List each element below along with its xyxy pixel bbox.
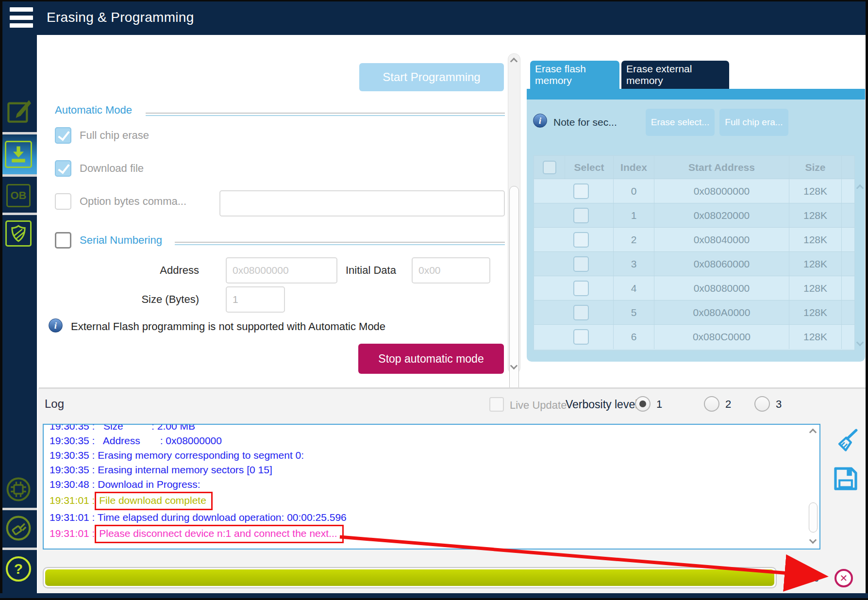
size-bytes-input[interactable] <box>226 286 285 313</box>
row-checkbox[interactable] <box>573 329 589 345</box>
sidebar-item-erasing-programming[interactable] <box>0 134 37 174</box>
section-divider <box>146 113 505 116</box>
window-footer-bar <box>0 593 868 598</box>
external-loader-chip-icon <box>5 476 32 502</box>
serial-numbering-label: Serial Numbering <box>80 234 162 247</box>
clear-log-button[interactable] <box>833 428 858 453</box>
scroll-up-icon[interactable] <box>510 58 518 66</box>
log-line: 19:30:35 : Erasing internal memory secto… <box>50 463 805 477</box>
verbosity-radio-3[interactable] <box>754 396 770 412</box>
verbosity-radio-1-label: 1 <box>656 398 662 411</box>
log-scroll-down-icon[interactable] <box>809 536 817 544</box>
sidebar-item-swd-scripting[interactable] <box>0 514 37 543</box>
row-select-cell <box>565 252 614 276</box>
row-index: 0 <box>614 179 654 203</box>
log-lines: 19:30:35 : Size : 2.00 MB 19:30:35 : Add… <box>50 425 805 548</box>
address-input[interactable] <box>226 257 337 283</box>
table-row: 0 0x08000000 128K <box>534 179 854 203</box>
row-checkbox[interactable] <box>573 208 589 223</box>
option-bytes-checkbox[interactable] <box>55 193 71 210</box>
row-select-cell <box>565 325 614 349</box>
sidebar-separator <box>0 548 37 550</box>
row-index: 4 <box>614 276 654 300</box>
main-scrollbar[interactable] <box>508 53 520 374</box>
sidebar-item-external-loaders[interactable] <box>0 476 37 503</box>
broom-icon <box>833 428 858 453</box>
row-checkbox[interactable] <box>573 232 589 248</box>
row-index: 3 <box>614 252 654 276</box>
live-update-label: Live Update <box>510 399 567 412</box>
info-icon: i <box>49 318 63 333</box>
sidebar-item-help[interactable]: ? <box>0 553 37 584</box>
log-output-box[interactable]: 19:30:35 : Size : 2.00 MB 19:30:35 : Add… <box>43 424 820 550</box>
row-checkbox[interactable] <box>573 183 589 199</box>
row-size: 128K <box>789 276 842 300</box>
progress-percent: 100% <box>785 570 819 585</box>
sidebar-item-security[interactable] <box>0 217 37 250</box>
cancel-icon[interactable]: ✕ <box>835 569 853 587</box>
log-scroll-up-icon[interactable] <box>809 429 817 436</box>
col-select: Select <box>565 156 614 179</box>
menu-icon[interactable] <box>10 6 33 29</box>
sidebar-item-memory-edit[interactable] <box>0 92 37 130</box>
scrollbar-thumb[interactable] <box>509 186 519 414</box>
initial-data-input[interactable] <box>412 257 490 283</box>
table-row: 6 0x080C0000 128K <box>534 325 854 349</box>
row-size: 128K <box>789 203 842 227</box>
option-bytes-icon: OB <box>6 184 31 207</box>
download-file-checkbox[interactable] <box>55 160 71 177</box>
serial-numbering-checkbox[interactable] <box>55 232 71 249</box>
option-bytes-input[interactable] <box>219 190 505 217</box>
row-size: 128K <box>789 300 842 324</box>
start-programming-button[interactable]: Start Programming <box>359 63 504 91</box>
row-start-address: 0x080C0000 <box>654 325 789 349</box>
row-select-cell <box>565 179 614 203</box>
log-title: Log <box>45 397 64 411</box>
table-row: 4 0x08080000 128K <box>534 276 854 300</box>
row-checkbox[interactable] <box>573 305 589 320</box>
row-select-cell <box>565 276 614 300</box>
col-size: Size <box>789 156 842 179</box>
verbosity-radio-2[interactable] <box>704 396 719 412</box>
log-line: 19:31:01 : Please disconnect device n:1 … <box>50 525 805 543</box>
row-start-address: 0x08060000 <box>654 252 789 276</box>
window-border <box>0 0 868 1</box>
table-row: 2 0x08040000 128K <box>534 228 854 252</box>
row-checkbox[interactable] <box>573 281 589 296</box>
download-icon <box>5 141 32 168</box>
save-log-button[interactable] <box>832 465 859 492</box>
verbosity-radio-1[interactable] <box>635 396 651 412</box>
row-size: 128K <box>789 228 842 251</box>
full-chip-erase-checkbox[interactable] <box>55 127 71 144</box>
help-icon: ? <box>6 556 31 582</box>
app-window: Erasing & Programming OB ? Start <box>0 0 868 600</box>
tab-erase-flash-memory[interactable]: Erase flash memory <box>530 61 619 89</box>
tab-erase-external-memory[interactable]: Erase external memory <box>621 61 729 89</box>
row-select-cell <box>565 228 614 251</box>
row-select-cell <box>565 203 614 227</box>
info-icon: i <box>533 114 547 128</box>
shield-icon <box>5 220 32 247</box>
automatic-mode-note: External Flash programming is not suppor… <box>71 320 385 333</box>
table-row: 1 0x08020000 128K <box>534 203 854 228</box>
stop-automatic-mode-button[interactable]: Stop automatic mode <box>358 344 504 374</box>
row-start-address: 0x080A0000 <box>654 300 789 324</box>
page-title: Erasing & Programming <box>47 0 194 35</box>
row-start-address: 0x08080000 <box>654 276 789 300</box>
row-checkbox[interactable] <box>573 256 589 272</box>
sector-note-label: Note for sec... <box>553 117 617 128</box>
erase-selected-sectors-button[interactable]: Erase select... <box>646 109 715 136</box>
window-border <box>0 0 2 600</box>
live-update-checkbox[interactable] <box>489 397 504 412</box>
full-chip-erase-button[interactable]: Full chip era... <box>719 109 788 136</box>
log-scrollbar-thumb[interactable] <box>809 502 818 533</box>
select-all-checkbox[interactable] <box>543 161 556 174</box>
sidebar-separator <box>0 213 37 215</box>
table-row: 5 0x080A0000 128K <box>534 300 854 325</box>
log-line: 19:31:01 : File download complete <box>50 492 805 510</box>
verbosity-radio-3-label: 3 <box>776 398 782 411</box>
sidebar-item-option-bytes[interactable]: OB <box>0 181 37 211</box>
annotation-box-disconnect: Please disconnect device n:1 and connect… <box>95 525 343 543</box>
verbosity-radio-2-label: 2 <box>725 398 731 411</box>
address-label: Address <box>121 264 199 277</box>
